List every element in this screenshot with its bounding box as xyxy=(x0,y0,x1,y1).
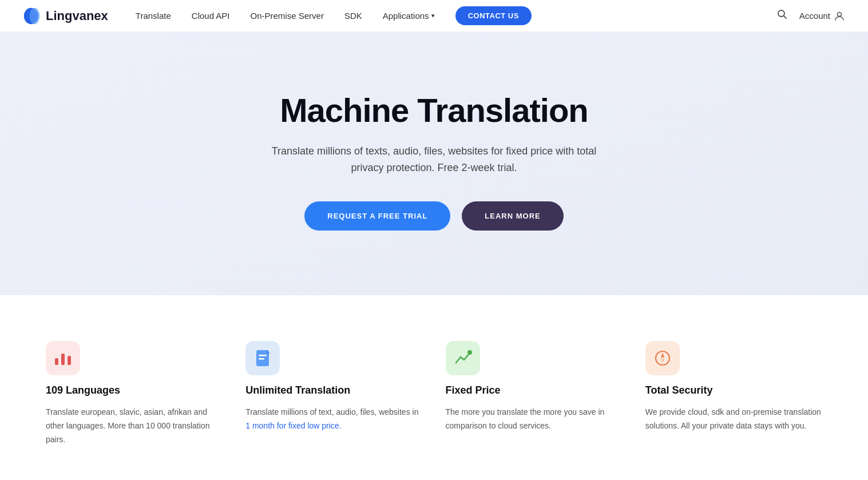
bar-chart-icon xyxy=(54,350,72,366)
applications-chevron-icon: ▾ xyxy=(431,12,435,19)
logo[interactable]: Lingvanex xyxy=(23,7,108,25)
navbar: Lingvanex Translate Cloud API On-Premise… xyxy=(0,0,868,32)
svg-point-4 xyxy=(838,12,842,16)
svg-point-11 xyxy=(467,350,472,355)
svg-rect-6 xyxy=(61,354,65,365)
feature-fixed-price: Fixed Price The more you translate the m… xyxy=(446,341,623,446)
account-icon xyxy=(834,10,845,22)
svg-rect-5 xyxy=(55,358,58,365)
request-trial-button[interactable]: REQUEST A FREE TRIAL xyxy=(304,201,450,231)
nav-translate[interactable]: Translate xyxy=(136,11,171,21)
learn-more-button[interactable]: LEARN MORE xyxy=(462,201,563,231)
fixed-price-title: Fixed Price xyxy=(446,384,623,396)
fixed-price-desc: The more you translate the more you save… xyxy=(446,406,623,433)
languages-desc: Translate european, slavic, asian, afrik… xyxy=(46,406,223,446)
account-link[interactable]: Account xyxy=(799,10,845,22)
nav-links: Translate Cloud API On-Premise Server SD… xyxy=(136,6,776,25)
hero-buttons: REQUEST A FREE TRIAL LEARN MORE xyxy=(304,201,563,231)
logo-text: Lingvanex xyxy=(46,9,108,23)
document-icon xyxy=(254,349,271,367)
fixed-price-icon-wrap xyxy=(446,341,480,375)
svg-rect-7 xyxy=(68,356,71,365)
chart-up-icon xyxy=(454,350,472,366)
svg-rect-10 xyxy=(259,358,264,360)
languages-title: 109 Languages xyxy=(46,384,223,396)
feature-languages: 109 Languages Translate european, slavic… xyxy=(46,341,223,446)
security-title: Total Security xyxy=(645,384,822,396)
languages-icon-wrap xyxy=(46,341,80,375)
nav-cloud-api[interactable]: Cloud API xyxy=(192,11,230,21)
unlimited-title: Unlimited Translation xyxy=(245,384,422,396)
svg-rect-9 xyxy=(259,355,267,356)
logo-icon xyxy=(23,7,41,25)
security-icon-wrap xyxy=(645,341,680,375)
svg-marker-14 xyxy=(661,358,664,364)
contact-us-button[interactable]: CONTACT US xyxy=(455,6,532,25)
svg-marker-13 xyxy=(661,352,664,358)
nav-right: Account xyxy=(776,9,845,23)
unlimited-desc: Translate millions of text, audio, files… xyxy=(245,406,422,433)
nav-on-premise[interactable]: On-Premise Server xyxy=(251,11,324,21)
features-section: 109 Languages Translate european, slavic… xyxy=(0,295,868,480)
search-button[interactable] xyxy=(776,9,788,23)
hero-subtitle: Translate millions of texts, audio, file… xyxy=(268,143,600,176)
account-label: Account xyxy=(799,11,830,21)
svg-point-1 xyxy=(30,7,40,23)
nav-sdk[interactable]: SDK xyxy=(344,11,362,21)
svg-line-3 xyxy=(783,16,786,18)
feature-security: Total Security We provide cloud, sdk and… xyxy=(645,341,822,446)
hero-section: Machine Translation Translate millions o… xyxy=(0,32,868,295)
nav-applications[interactable]: Applications ▾ xyxy=(383,11,435,21)
hero-title: Machine Translation xyxy=(280,91,588,129)
feature-unlimited: Unlimited Translation Translate millions… xyxy=(245,341,422,446)
compass-icon xyxy=(654,350,671,367)
unlimited-icon-wrap xyxy=(245,341,280,375)
security-desc: We provide cloud, sdk and on-premise tra… xyxy=(645,406,822,433)
search-icon xyxy=(776,9,788,20)
